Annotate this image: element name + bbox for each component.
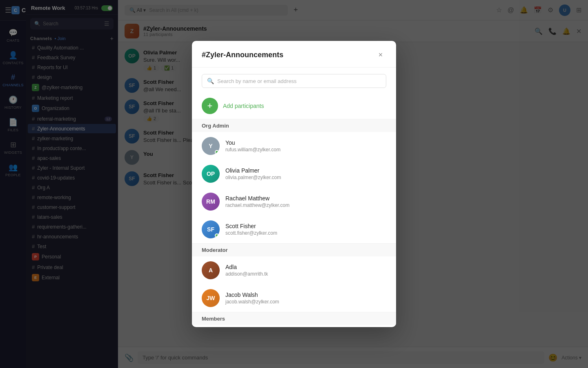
- participant-email: rufus.william@zylker.com: [225, 147, 386, 153]
- participant-item[interactable]: RM Rachael Matthew rachael.matthew@zylke…: [192, 188, 396, 215]
- modal-overlay: #Zyler-Announcements × 🔍 + Add participa…: [0, 0, 588, 368]
- participant-name: Jacob Walsh: [225, 292, 386, 298]
- section-header: Org Admin: [192, 119, 396, 132]
- participant-email: olivia.palmer@zylker.com: [225, 175, 386, 180]
- modal-search-box[interactable]: 🔍: [202, 74, 386, 88]
- participant-info: Rachael Matthew rachael.matthew@zylker.c…: [225, 195, 386, 208]
- participant-email: scott.fisher@zylker.com: [225, 230, 386, 236]
- participant-avatar: JW: [202, 289, 220, 307]
- participant-avatar: Y: [202, 137, 220, 155]
- participant-info: Scott Fisher scott.fisher@zylker.com: [225, 223, 386, 236]
- participant-info: Adla addison@amrrith.tk: [225, 264, 386, 277]
- participant-avatar: OP: [202, 165, 220, 183]
- online-indicator: [215, 233, 219, 238]
- participant-email: addison@amrrith.tk: [225, 271, 386, 277]
- participant-name: Adla: [225, 264, 386, 270]
- modal-close-button[interactable]: ×: [375, 49, 386, 61]
- add-participants-circle-btn[interactable]: +: [202, 98, 218, 114]
- participant-avatar: A: [202, 261, 220, 279]
- participant-name: Rachael Matthew: [225, 195, 386, 202]
- participants-modal: #Zyler-Announcements × 🔍 + Add participa…: [192, 41, 396, 327]
- participant-info: Jacob Walsh jacob.walsh@zylker.com: [225, 292, 386, 305]
- modal-title: #Zyler-Announcements: [202, 51, 283, 59]
- modal-search-icon: 🔍: [207, 78, 214, 84]
- participant-email: jacob.walsh@zylker.com: [225, 299, 386, 305]
- modal-header: #Zyler-Announcements ×: [192, 41, 396, 67]
- add-participants-row[interactable]: + Add participants: [192, 94, 396, 119]
- participant-name: Olivia Palmer: [225, 167, 386, 174]
- section-header: Members: [192, 312, 396, 325]
- online-indicator: [215, 150, 219, 154]
- participant-info: Olivia Palmer olivia.palmer@zylker.com: [225, 167, 386, 180]
- participant-avatar: RM: [202, 193, 220, 211]
- participant-avatar: SF: [202, 220, 220, 238]
- modal-search-input[interactable]: [217, 78, 381, 84]
- modal-body: Org Admin Y You rufus.william@zylker.com…: [192, 119, 396, 327]
- participant-item[interactable]: A Adla addison@amrrith.tk: [192, 256, 396, 284]
- participant-item[interactable]: JW Jacob Walsh jacob.walsh@zylker.com: [192, 284, 396, 312]
- participant-item[interactable]: SF Scott Fisher scott.fisher@zylker.com: [192, 215, 396, 243]
- participant-item[interactable]: Y You rufus.william@zylker.com: [192, 132, 396, 160]
- participant-email: rachael.matthew@zylker.com: [225, 202, 386, 208]
- participant-item[interactable]: OP Olivia Palmer olivia.palmer@zylker.co…: [192, 160, 396, 188]
- participant-name: You: [225, 139, 386, 146]
- section-members: Members C Chloe - IT Admin: [192, 312, 396, 327]
- participant-item[interactable]: C Chloe - IT Admin: [192, 325, 396, 327]
- participant-name: Scott Fisher: [225, 223, 386, 229]
- section-moderator: Moderator A Adla addison@amrrith.tk JW J…: [192, 243, 396, 312]
- section-header: Moderator: [192, 243, 396, 256]
- section-org-admin: Org Admin Y You rufus.william@zylker.com…: [192, 119, 396, 243]
- participant-info: You rufus.william@zylker.com: [225, 139, 386, 153]
- add-participants-label: Add participants: [223, 103, 264, 109]
